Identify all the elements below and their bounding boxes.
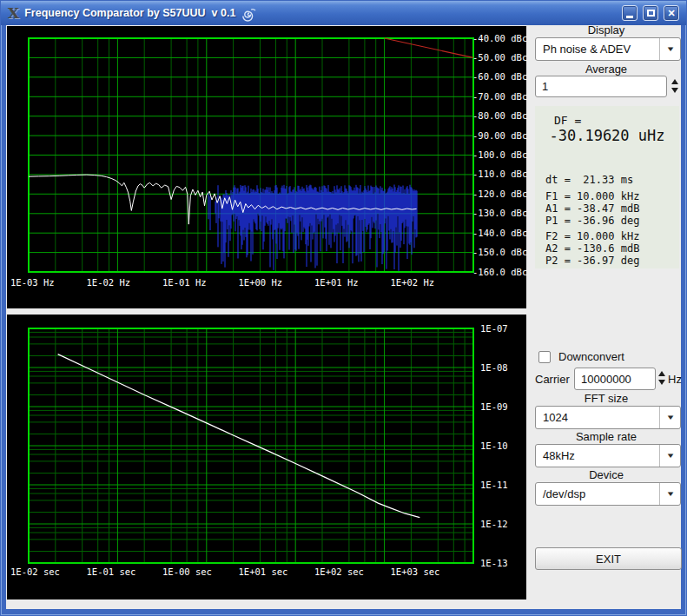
adev-tick-label: 1E-10 — [480, 440, 508, 452]
dbc-tick-label: -130.0 dBc — [472, 208, 527, 219]
maximize-icon — [647, 10, 655, 17]
device-value: /dev/dsp — [536, 487, 659, 500]
spin-down-icon[interactable] — [658, 380, 665, 385]
dbc-tick-label: -110.0 dBc — [472, 169, 527, 180]
tau-tick-label: 1E+02 sec — [314, 566, 364, 578]
downconvert-label: Downconvert — [558, 350, 624, 363]
dbc-tick-label: -90.00 dBc — [472, 130, 527, 142]
tau-tick-label: 1E-00 sec — [162, 566, 212, 578]
freq-tick-label: 1E+00 Hz — [239, 277, 283, 288]
average-input[interactable]: 1 — [535, 76, 667, 97]
dbc-tick-label: -60.00 dBc — [472, 71, 527, 83]
dbc-tick-label: -120.0 dBc — [472, 189, 527, 200]
downconvert-checkbox[interactable] — [538, 351, 551, 363]
titlebar[interactable]: X Frequency Comparator by S57UUU v 0.1 ✕ — [1, 1, 686, 25]
dbc-tick-label: -70.00 dBc — [472, 91, 527, 103]
dt-readout: dt = 21.33 ms — [545, 174, 633, 186]
f2-readout: F2 = 10.000 kHz — [545, 230, 639, 242]
tau-tick-label: 1E+01 sec — [239, 566, 288, 578]
average-label: Average — [530, 63, 683, 76]
spin-down-icon[interactable] — [671, 88, 678, 93]
sample-rate-combo[interactable]: 48kHz ▼ — [535, 444, 681, 467]
spin-up-icon[interactable] — [658, 371, 665, 376]
device-combo-button[interactable]: ▼ — [659, 483, 680, 505]
s57uuu-logo-icon — [241, 5, 258, 23]
device-label: Device — [530, 468, 683, 481]
dbc-tick-label: -100.0 dBc — [472, 149, 527, 161]
a1-readout: A1 = -38.47 mdB — [545, 202, 639, 215]
close-button[interactable]: ✕ — [664, 5, 679, 21]
chevron-down-icon: ▼ — [665, 452, 675, 460]
carrier-unit: Hz — [668, 373, 682, 386]
chevron-down-icon: ▼ — [665, 414, 675, 421]
device-combo[interactable]: /dev/dsp ▼ — [535, 482, 681, 506]
carrier-label: Carrier — [535, 373, 570, 386]
app-window: X Frequency Comparator by S57UUU v 0.1 ✕… — [0, 0, 687, 616]
tau-tick-label: 1E-02 sec — [10, 566, 60, 578]
measurement-readout: DF = -30.19620 uHz dt = 21.33 ms F1 = 10… — [535, 106, 679, 268]
sample-rate-label: Sample rate — [530, 430, 683, 443]
chevron-down-icon: ▼ — [665, 490, 675, 498]
dbc-tick-label: -160.0 dBc — [472, 267, 527, 278]
window-title: Frequency Comparator by S57UUU v 0.1 — [24, 7, 235, 19]
close-icon: ✕ — [667, 9, 675, 18]
fft-size-combo[interactable]: 1024 ▼ — [535, 406, 681, 429]
dbc-tick-label: -50.00 dBc — [472, 52, 527, 63]
p1-readout: P1 = -36.96 deg — [545, 215, 639, 227]
p2-readout: P2 = -36.97 deg — [545, 255, 639, 267]
carrier-value: 10000000 — [581, 373, 631, 386]
adev-tick-label: 1E-07 — [480, 323, 508, 334]
freq-tick-label: 1E+02 Hz — [391, 277, 435, 288]
spin-up-icon[interactable] — [671, 79, 678, 84]
freq-tick-label: 1E-03 Hz — [10, 277, 55, 288]
adev-tick-label: 1E-08 — [480, 362, 508, 374]
dbc-tick-label: -140.0 dBc — [472, 228, 527, 239]
maximize-button[interactable] — [643, 5, 658, 21]
df-value: -30.19620 uHz — [535, 127, 679, 144]
average-value: 1 — [542, 80, 548, 93]
average-spinner[interactable] — [670, 79, 679, 93]
dbc-tick-label: -40.00 dBc — [472, 33, 527, 44]
minimize-icon — [626, 16, 633, 18]
fft-size-value: 1024 — [536, 411, 659, 424]
chevron-down-icon: ▼ — [665, 45, 675, 53]
carrier-spinner[interactable] — [657, 371, 666, 385]
adev-panel: 1E-071E-081E-091E-101E-111E-121E-131E-02… — [7, 315, 526, 599]
phase-noise-panel: -40.00 dBc-50.00 dBc-60.00 dBc-70.00 dBc… — [7, 26, 526, 308]
tau-tick-label: 1E+03 sec — [391, 566, 440, 578]
adev-tick-label: 1E-09 — [480, 401, 508, 413]
display-label: Display — [530, 23, 683, 36]
tau-tick-label: 1E-01 sec — [87, 566, 136, 578]
freq-tick-label: 1E+01 Hz — [314, 277, 359, 288]
sample-rate-combo-button[interactable]: ▼ — [659, 445, 680, 467]
fft-size-label: FFT size — [530, 392, 683, 405]
x11-icon: X — [8, 6, 19, 21]
display-combo-value: Ph noise & ADEV — [536, 43, 659, 56]
freq-tick-label: 1E-02 Hz — [87, 277, 131, 288]
adev-tick-label: 1E-11 — [480, 480, 508, 491]
a2-readout: A2 = -130.6 mdB — [545, 242, 639, 255]
dbc-tick-label: -150.0 dBc — [472, 247, 527, 258]
adev-tick-label: 1E-12 — [480, 519, 508, 530]
freq-tick-label: 1E-01 Hz — [162, 277, 207, 288]
sample-rate-value: 48kHz — [536, 449, 659, 462]
display-combo[interactable]: Ph noise & ADEV ▼ — [535, 37, 681, 61]
dbc-tick-label: -80.00 dBc — [472, 110, 527, 122]
carrier-input[interactable]: 10000000 — [574, 368, 656, 390]
display-combo-button[interactable]: ▼ — [659, 38, 680, 60]
minimize-button[interactable] — [622, 5, 637, 21]
df-label: DF = — [554, 114, 581, 127]
phase-noise-plot — [7, 26, 526, 308]
exit-button[interactable]: EXIT — [535, 547, 682, 570]
fft-size-combo-button[interactable]: ▼ — [659, 407, 680, 428]
f1-readout: F1 = 10.000 kHz — [545, 190, 639, 202]
adev-plot — [7, 315, 526, 599]
adev-tick-label: 1E-13 — [480, 558, 508, 569]
